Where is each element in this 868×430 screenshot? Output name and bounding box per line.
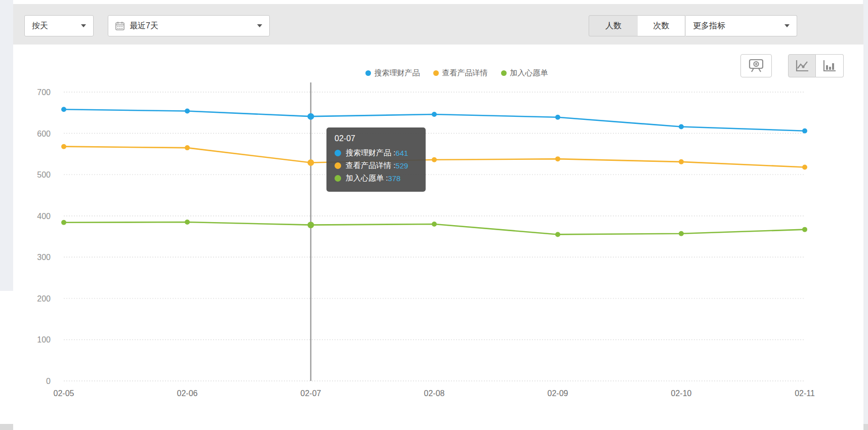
data-point[interactable] xyxy=(555,156,560,161)
page-right-gutter xyxy=(863,0,868,424)
more-metrics-select-value: 更多指标 xyxy=(693,21,725,31)
data-point[interactable] xyxy=(555,115,560,120)
y-axis-tick-label: 100 xyxy=(37,335,51,344)
date-range-select[interactable]: 最近7天 xyxy=(108,15,270,36)
chart-tooltip: 02-07 搜索理财产品 : 641查看产品详情 : 529加入心愿单 : 37… xyxy=(326,127,426,192)
metric-times-label: 次数 xyxy=(653,21,670,31)
data-point[interactable] xyxy=(802,128,807,134)
data-point[interactable] xyxy=(308,222,314,228)
y-axis-tick-label: 0 xyxy=(46,377,51,385)
data-point[interactable] xyxy=(679,124,684,130)
data-point[interactable] xyxy=(185,145,190,150)
x-axis-tick-label: 02-08 xyxy=(424,389,445,398)
x-axis-tick-label: 02-09 xyxy=(548,389,568,398)
y-axis-tick-label: 300 xyxy=(37,253,51,262)
metric-people-button[interactable]: 人数 xyxy=(589,15,638,36)
y-axis-tick-label: 500 xyxy=(37,170,51,179)
data-point[interactable] xyxy=(432,222,437,227)
metric-times-button[interactable]: 次数 xyxy=(638,15,685,36)
data-point[interactable] xyxy=(679,231,684,236)
page: 按天 最近7天 人数 xyxy=(0,0,868,430)
data-point[interactable] xyxy=(432,157,437,162)
chart-toolbar: 按天 最近7天 人数 xyxy=(13,4,863,45)
y-axis-tick-label: 700 xyxy=(37,88,51,97)
data-point[interactable] xyxy=(185,109,190,114)
y-axis-tick-label: 400 xyxy=(37,212,51,221)
data-point[interactable] xyxy=(802,227,807,232)
chevron-down-icon xyxy=(81,24,86,27)
tooltip-series-dot-icon xyxy=(335,162,341,169)
tooltip-date: 02-07 xyxy=(335,134,417,143)
tooltip-series-value: 378 xyxy=(388,174,400,183)
y-axis-tick-label: 200 xyxy=(37,294,51,303)
series-line[interactable] xyxy=(64,147,805,167)
chevron-down-icon xyxy=(257,24,262,27)
tooltip-series-label: 搜索理财产品 : xyxy=(346,148,395,158)
data-point[interactable] xyxy=(61,144,66,149)
metric-people-label: 人数 xyxy=(605,21,622,31)
tooltip-row: 加入心愿单 : 378 xyxy=(335,172,417,185)
tooltip-row: 查看产品详情 : 529 xyxy=(335,159,417,172)
data-point[interactable] xyxy=(308,113,314,120)
chevron-down-icon xyxy=(784,24,790,27)
tooltip-row: 搜索理财产品 : 641 xyxy=(335,147,417,159)
tooltip-series-dot-icon xyxy=(335,175,341,182)
y-axis-tick-label: 600 xyxy=(37,130,51,138)
data-point[interactable] xyxy=(432,112,437,117)
x-axis-tick-label: 02-06 xyxy=(177,389,198,398)
data-point[interactable] xyxy=(308,159,314,166)
analytics-card: 按天 最近7天 人数 xyxy=(13,4,863,430)
data-point[interactable] xyxy=(61,107,66,112)
tooltip-series-label: 加入心愿单 : xyxy=(346,174,388,183)
x-axis-tick-label: 02-10 xyxy=(671,389,692,398)
more-metrics-select[interactable]: 更多指标 xyxy=(686,15,797,36)
data-point[interactable] xyxy=(185,220,190,225)
chart-container: 搜索理财产品查看产品详情加入心愿单 xyxy=(13,45,863,430)
data-point[interactable] xyxy=(555,232,560,237)
granularity-select[interactable]: 按天 xyxy=(24,15,94,36)
tooltip-series-label: 查看产品详情 : xyxy=(346,161,395,170)
tooltip-series-dot-icon xyxy=(335,150,341,156)
data-point[interactable] xyxy=(802,164,807,169)
calendar-icon xyxy=(115,21,125,30)
x-axis-tick-label: 02-07 xyxy=(301,389,321,398)
line-chart-plot[interactable]: 010020030040050060070002-0502-0602-0702-… xyxy=(13,45,863,430)
granularity-select-value: 按天 xyxy=(32,21,48,31)
data-point[interactable] xyxy=(61,220,66,225)
page-left-gutter xyxy=(0,0,13,291)
data-point[interactable] xyxy=(679,159,684,164)
tooltip-series-value: 529 xyxy=(395,161,408,170)
x-axis-tick-label: 02-11 xyxy=(795,389,815,398)
date-range-select-value: 最近7天 xyxy=(130,21,158,31)
tooltip-series-value: 641 xyxy=(395,149,408,157)
x-axis-tick-label: 02-05 xyxy=(54,389,74,398)
